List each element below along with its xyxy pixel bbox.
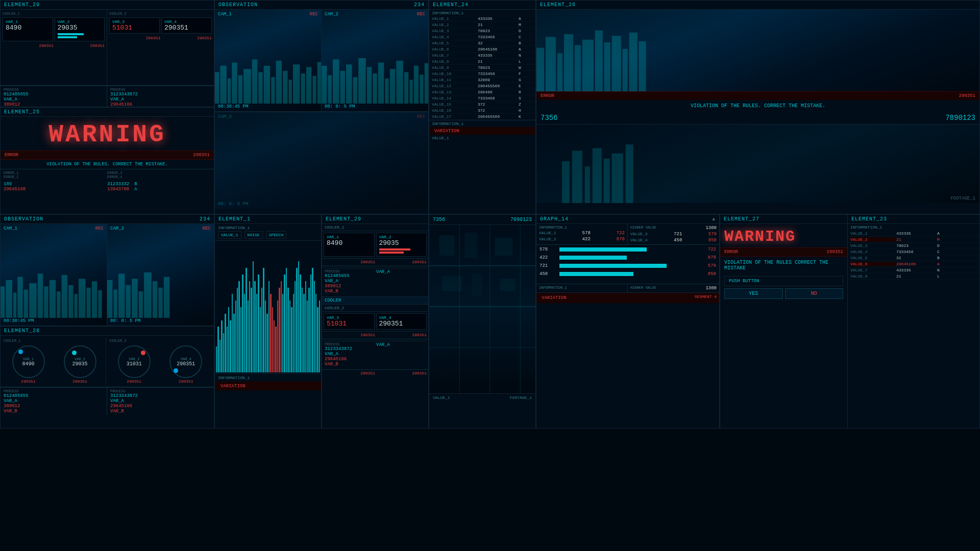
val1-label: VALUE_1 [218,231,241,239]
svg-rect-56 [6,280,12,318]
process1-label: PROCESS [4,88,104,92]
svg-rect-21 [340,70,345,104]
chart-bar [293,294,294,372]
chart-bar [310,274,311,372]
info-table-row: VALUE_1132869G [429,77,535,83]
info-table-row: VALUE_1433335A [429,16,535,22]
obs-top-count: 234 [414,2,425,8]
el23-info-table: VALUE_1433335AVALUE_221MVALUE_378923DVAL… [848,231,980,280]
chart-bar [216,346,217,372]
var3-value: 51031 [112,24,157,32]
el27-error-val: 290351 [827,249,843,255]
el27-violation: VIOLATION OF THE RULES CORRECT THE MISTA… [720,257,847,274]
svg-rect-36 [536,48,544,91]
var4-label: VAR_4 [164,19,209,24]
chart-bar [314,281,315,372]
svg-rect-62 [44,286,48,318]
element26-title: ELEMENT_26 [540,2,576,8]
no-button[interactable]: NO [785,288,844,299]
graph14-bar-row: 422 878 [540,255,716,260]
error-val: 290351 [193,153,210,158]
el23-row: VALUE_221M [848,237,980,243]
svg-rect-8 [264,65,270,104]
el28-sub4: 290351 [161,379,211,384]
svg-rect-34 [420,74,423,104]
chart-bar [319,300,320,372]
cam2-time: 00: 0: 5 PM [325,104,355,109]
element28-title: ELEMENT_28 [4,328,40,334]
svg-rect-11 [283,70,287,104]
chart-bar [315,294,316,372]
info-table-row: VALUE_107333456F [429,71,535,77]
svg-rect-18 [322,65,327,104]
svg-rect-77 [139,291,143,318]
map-num1: 7356 [433,217,445,222]
el28-var2-val: 29035 [72,361,87,367]
graph-bar [559,256,627,260]
svg-rect-67 [75,294,78,318]
svg-rect-14 [301,73,305,104]
chart-bar [274,320,275,372]
screen: ELEMENT_29 COOLER_1 VAR_1 8490 VAR_2 290… [0,0,980,551]
el28-cooler2: COOLER_2 [109,339,211,343]
process1-val: 012485655 [4,92,104,97]
chart-bar [270,294,271,372]
err2: ERROR_2 [4,175,107,179]
chart-bar [265,300,266,372]
err3: ERROR_3 [107,171,211,175]
chart-bar [254,281,255,372]
svg-rect-13 [293,64,300,104]
svg-rect-4 [238,75,242,104]
sub3: 290351 [109,35,161,40]
svg-rect-70 [92,281,97,318]
chart-bar [261,288,262,372]
svg-rect-1 [220,65,226,104]
obs-b-cam2-time: 00: 0: 5 PM [110,318,140,323]
obs-b-cam2-label: CAM_2 [110,226,124,231]
graph-bar [559,272,633,276]
err4: ERROR_4 [107,175,211,179]
chart-bar [248,300,249,372]
chart-bar [244,294,245,372]
chart-bar [287,288,288,372]
svg-rect-15 [306,67,311,104]
el29b-var3-lbl: VAR_3 [327,315,372,320]
err-num1: 189 [4,182,107,187]
svg-rect-37 [546,37,556,91]
variation-label: VARIATION [218,383,248,390]
info-table-row: VALUE_978923W [429,65,535,71]
err-letter2: B [134,182,137,187]
svg-rect-24 [358,58,366,104]
svg-rect-89 [464,233,477,258]
chart-bar [228,307,229,372]
yes-button[interactable]: YES [724,288,783,299]
segment: SEGMENT 4 [695,294,717,302]
info2: INFORMATION_1 [429,120,535,127]
element29-bottom: ELEMENT_29 COOLER_1 VAR_1 8490 VAR_2 290… [322,214,429,429]
cam1-rec: REC [310,12,318,17]
chart-bar [246,268,247,372]
svg-rect-71 [98,290,102,318]
chart-bar [221,320,222,372]
svg-rect-63 [50,280,56,318]
push-button[interactable]: PUSH BUTTON [724,276,843,286]
err-num2: 31233332 [107,182,129,187]
svg-rect-47 [639,41,646,91]
svg-rect-53 [612,153,623,203]
info1-title: INFORMATION_1 [429,10,535,16]
svg-rect-50 [585,166,590,203]
graph-bar [559,264,667,268]
sub4: 290351 [161,35,212,40]
element1: ELEMENT_1 INFORMATION_1 VALUE_1 NOISE SP… [214,214,322,429]
svg-rect-55 [1,286,5,318]
svg-rect-58 [17,277,22,318]
chart-bar [284,274,285,372]
sub2: 290351 [54,42,105,48]
map-value1: VALUE_1 [433,395,450,400]
info-table-row: VALUE_12296455566E [429,83,535,89]
el27-warning: WARNING [720,224,847,247]
el27-title: ELEMENT_27 [724,216,760,222]
chart-bar [230,320,231,372]
chart-bar [268,281,270,372]
var2-value: 29035 [58,24,102,32]
